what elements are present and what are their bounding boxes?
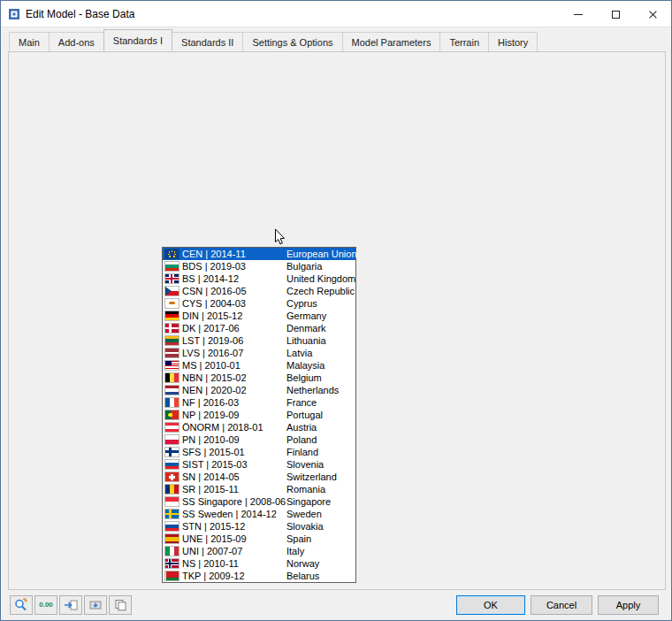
- option-code: LVS | 2016-07: [182, 348, 243, 358]
- country-flag-icon: [165, 571, 179, 580]
- option-code: SN | 2014-05: [182, 472, 240, 482]
- cancel-button[interactable]: Cancel: [531, 595, 592, 615]
- dropdown-option[interactable]: NP | 2019-09 Portugal: [163, 409, 355, 421]
- country-flag-icon: [165, 522, 179, 531]
- option-country: Belgium: [286, 372, 322, 383]
- country-flag-icon: [165, 386, 179, 395]
- option-code: CEN | 2014-11: [182, 249, 246, 259]
- apply-button[interactable]: Apply: [598, 595, 659, 615]
- option-country: Austria: [286, 422, 317, 433]
- tab[interactable]: Standards I: [103, 29, 172, 51]
- option-code: PN | 2010-09: [182, 434, 240, 445]
- option-country: Denmark: [286, 323, 326, 334]
- dropdown-option[interactable]: NEN | 2020-02 Netherlands: [163, 384, 355, 396]
- import-options-button[interactable]: [59, 595, 82, 615]
- option-code: SFS | 2015-01: [182, 447, 245, 457]
- tab[interactable]: Terrain: [439, 32, 489, 51]
- option-country: Romania: [286, 484, 325, 494]
- option-code: NEN | 2020-02: [182, 385, 247, 395]
- tab-label: Terrain: [449, 37, 479, 48]
- dropdown-option[interactable]: SIST | 2015-03 Slovenia: [163, 458, 355, 471]
- magnifier-pencil-button[interactable]: [10, 595, 33, 615]
- dropdown-option[interactable]: UNE | 2015-09 Spain: [163, 533, 355, 545]
- dropdown-option[interactable]: SS Singapore | 2008-06 Singapore: [163, 495, 355, 508]
- units-decimals-button[interactable]: 0.00: [34, 595, 57, 615]
- close-button[interactable]: [634, 1, 671, 27]
- option-code: MS | 2010-01: [182, 360, 241, 371]
- dropdown-option[interactable]: LVS | 2016-07 Latvia: [163, 347, 355, 359]
- dropdown-option[interactable]: DK | 2017-06 Denmark: [163, 322, 355, 334]
- option-code: CSN | 2016-05: [182, 286, 247, 296]
- dropdown-option[interactable]: LST | 2019-06 Lithuania: [163, 334, 355, 347]
- country-flag-icon: [165, 324, 179, 333]
- option-code: SR | 2015-11: [182, 484, 239, 494]
- copy-settings-button[interactable]: [109, 595, 132, 615]
- option-code: DK | 2017-06: [182, 323, 240, 334]
- dropdown-option[interactable]: CSN | 2016-05 Czech Republic: [163, 285, 355, 297]
- maximize-button[interactable]: [597, 1, 634, 27]
- country-flag-icon: [165, 249, 179, 258]
- dropdown-option[interactable]: TKP | 2009-12 Belarus: [163, 570, 355, 582]
- country-flag-icon: [165, 423, 179, 432]
- country-flag-icon: [165, 435, 179, 444]
- country-flag-icon: [165, 311, 179, 320]
- option-country: European Union: [286, 249, 357, 259]
- ok-button[interactable]: OK: [456, 595, 525, 615]
- country-flag-icon: [165, 534, 179, 543]
- dropdown-option[interactable]: SN | 2014-05 Switzerland: [163, 471, 355, 483]
- country-flag-icon: [165, 349, 179, 357]
- dropdown-option[interactable]: BDS | 2019-03 Bulgaria: [163, 260, 355, 272]
- close-icon: [648, 10, 658, 19]
- magnifier-pencil-icon: [14, 598, 28, 612]
- option-country: Sweden: [286, 509, 322, 519]
- dropdown-option[interactable]: NBN | 2015-02 Belgium: [163, 372, 355, 384]
- country-flag-icon: [165, 472, 179, 481]
- option-code: TKP | 2009-12: [182, 571, 245, 581]
- tab[interactable]: Standards II: [172, 32, 243, 51]
- country-flag-icon: [165, 448, 179, 456]
- option-code: LST | 2019-06: [182, 335, 243, 346]
- option-country: Lithuania: [286, 335, 326, 346]
- tab[interactable]: Main: [9, 32, 50, 51]
- dropdown-option[interactable]: BS | 2014-12 United Kingdom: [163, 272, 355, 285]
- app-icon: [8, 8, 20, 20]
- minimize-button[interactable]: [560, 1, 597, 27]
- option-code: UNE | 2015-09: [182, 533, 247, 544]
- tab[interactable]: Add-ons: [49, 32, 104, 51]
- tab[interactable]: Settings & Options: [242, 32, 342, 51]
- option-country: Singapore: [286, 496, 331, 507]
- option-country: Belarus: [286, 571, 319, 581]
- dropdown-option[interactable]: SR | 2015-11 Romania: [163, 483, 355, 495]
- dropdown-option[interactable]: PN | 2010-09 Poland: [163, 433, 355, 446]
- option-code: NBN | 2015-02: [182, 372, 247, 383]
- tab-label: Add-ons: [58, 37, 95, 48]
- dropdown-option[interactable]: ÖNORM | 2018-01 Austria: [163, 421, 355, 433]
- option-country: Latvia: [286, 348, 312, 358]
- option-country: Portugal: [286, 410, 323, 420]
- save-defaults-button[interactable]: [84, 595, 107, 615]
- dropdown-option[interactable]: SFS | 2015-01 Finland: [163, 446, 355, 458]
- option-country: Germany: [286, 310, 326, 321]
- option-code: SS Singapore | 2008-06: [182, 496, 286, 507]
- tab[interactable]: History: [488, 32, 538, 51]
- import-options-icon: [64, 599, 78, 611]
- country-flag-icon: [165, 336, 179, 345]
- dropdown-option[interactable]: STN | 2015-12 Slovakia: [163, 520, 355, 533]
- dropdown-option[interactable]: NF | 2016-03 France: [163, 396, 355, 409]
- option-code: SIST | 2015-03: [182, 459, 248, 470]
- country-flag-icon: [165, 410, 179, 419]
- tab[interactable]: Model Parameters: [342, 32, 441, 51]
- dropdown-option[interactable]: SS Sweden | 2014-12 Sweden: [163, 508, 355, 520]
- country-flag-icon: [165, 262, 179, 271]
- maximize-icon: [612, 11, 620, 19]
- option-country: Spain: [286, 533, 311, 544]
- option-code: SS Sweden | 2014-12: [182, 509, 277, 519]
- dropdown-option[interactable]: CYS | 2004-03 Cyprus: [163, 297, 355, 310]
- option-country: Switzerland: [286, 472, 337, 482]
- dropdown-option[interactable]: CEN | 2014-11 European Union: [163, 248, 355, 260]
- dropdown-option[interactable]: UNI | 2007-07 Italy: [163, 545, 355, 557]
- dropdown-option[interactable]: DIN | 2015-12 Germany: [163, 310, 355, 322]
- country-flag-icon: [165, 485, 179, 494]
- dropdown-option[interactable]: NS | 2010-11 Norway: [163, 557, 355, 570]
- dropdown-option[interactable]: MS | 2010-01 Malaysia: [163, 359, 355, 372]
